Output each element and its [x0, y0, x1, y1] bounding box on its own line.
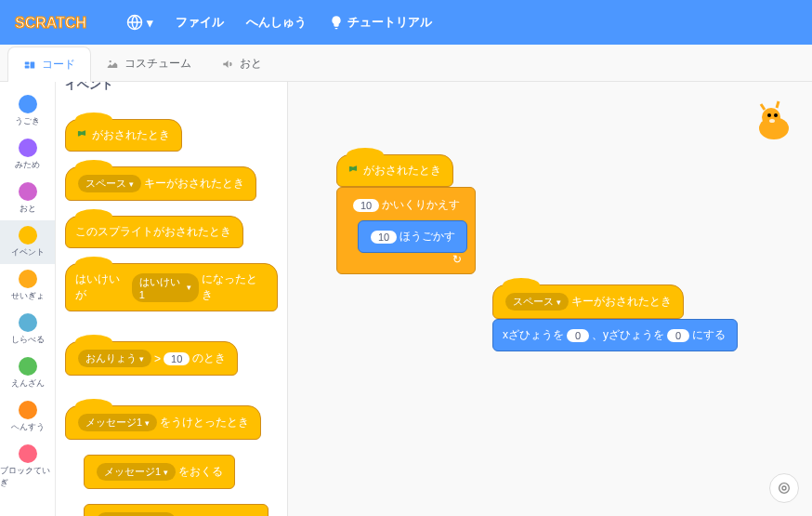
svg-point-7 [762, 108, 780, 126]
scratch-logo[interactable]: SCRATCH [15, 8, 104, 36]
category-myblocks[interactable]: ブロックていぎ [0, 439, 55, 495]
goto-x-input[interactable]: 0 [567, 329, 589, 342]
move-steps-input[interactable]: 10 [371, 231, 397, 244]
flag-icon [75, 129, 88, 142]
svg-rect-4 [31, 61, 35, 68]
loudness-value[interactable]: 10 [164, 352, 190, 365]
category-events[interactable]: イベント [0, 220, 55, 264]
tab-code[interactable]: コード [7, 46, 91, 82]
block-broadcast[interactable]: メッセージ1 をおくる [84, 455, 235, 489]
block-when-flag-clicked[interactable]: がおされたとき [65, 119, 182, 152]
loop-arrow-icon: ↻ [452, 253, 462, 266]
svg-point-12 [779, 483, 790, 494]
svg-point-8 [767, 113, 771, 117]
block-broadcast-wait[interactable]: メッセージ1 をおくってまつ [84, 504, 268, 516]
top-menu-bar: SCRATCH ▾ ファイル へんしゅう チュートリアル [0, 0, 812, 45]
svg-point-5 [110, 60, 111, 61]
broadcast-wait-dropdown[interactable]: メッセージ1 [97, 512, 176, 516]
sprite-thumbnail [751, 99, 797, 145]
canvas-when-flag-clicked[interactable]: がおされたとき [336, 154, 453, 187]
file-menu[interactable]: ファイル [176, 14, 224, 31]
repeat-count-input[interactable]: 10 [353, 199, 379, 212]
backdrop-dropdown[interactable]: はいけい1 [132, 273, 199, 302]
svg-rect-2 [25, 61, 30, 64]
message-dropdown[interactable]: メッセージ1 [78, 414, 157, 431]
goto-y-input[interactable]: 0 [667, 329, 689, 342]
canvas-key-dropdown[interactable]: スペース [505, 293, 569, 311]
loudness-dropdown[interactable]: おんりょう [78, 350, 151, 367]
language-menu[interactable]: ▾ [126, 14, 153, 31]
broadcast-dropdown[interactable]: メッセージ1 [97, 463, 176, 481]
svg-point-11 [782, 486, 786, 490]
svg-point-9 [774, 113, 778, 117]
scripts-canvas[interactable]: がおされたとき 10 かいくりかえす 10 ほうごかす ↻ スペース [288, 82, 812, 516]
script-stack-2[interactable]: スペース キーがおされたとき xざひょうを 0 、yざひょうを 0 にする [492, 284, 738, 351]
edit-menu[interactable]: へんしゅう [246, 14, 307, 31]
category-sensing[interactable]: しらべる [0, 308, 55, 351]
editor-tabs: コード コスチューム おと [0, 45, 812, 82]
palette-heading: イベント [65, 82, 113, 93]
block-when-receive[interactable]: メッセージ1 をうけとったとき [65, 405, 261, 440]
tab-sounds[interactable]: おと [206, 46, 277, 81]
canvas-repeat-block[interactable]: 10 かいくりかえす 10 ほうごかす ↻ [336, 187, 476, 274]
chevron-down-icon: ▾ [147, 16, 153, 30]
svg-point-10 [769, 119, 775, 123]
canvas-when-key-pressed[interactable]: スペース キーがおされたとき [492, 284, 684, 319]
block-when-sprite-clicked[interactable]: このスプライトがおされたとき [65, 216, 243, 248]
block-when-backdrop-switches[interactable]: はいけいが はいけい1 になったとき [65, 263, 278, 311]
category-looks[interactable]: みため [0, 133, 55, 177]
flag-icon [347, 165, 360, 178]
canvas-move-steps[interactable]: 10 ほうごかす [358, 220, 467, 253]
tab-costumes[interactable]: コスチューム [91, 46, 206, 81]
svg-rect-3 [25, 65, 30, 68]
category-sound[interactable]: おと [0, 177, 55, 220]
category-control[interactable]: せいぎょ [0, 264, 55, 308]
category-variables[interactable]: へんすう [0, 395, 55, 439]
canvas-goto-xy[interactable]: xざひょうを 0 、yざひょうを 0 にする [492, 319, 738, 351]
script-stack-1[interactable]: がおされたとき 10 かいくりかえす 10 ほうごかす ↻ [336, 154, 476, 274]
block-categories: うごき みため おと イベント せいぎょ しらべる えんざん へんすう ブロック… [0, 82, 56, 516]
key-dropdown[interactable]: スペース [78, 175, 141, 192]
category-operators[interactable]: えんざん [0, 351, 55, 395]
tutorials-button[interactable]: チュートリアル [329, 14, 432, 31]
block-when-loudness[interactable]: おんりょう > 10 のとき [65, 341, 238, 376]
block-palette[interactable]: イベント がおされたとき スペース キーがおされたとき このスプライトがおされた… [56, 82, 288, 516]
zoom-target-button[interactable] [769, 473, 799, 503]
category-motion[interactable]: うごき [0, 89, 55, 133]
block-when-key-pressed[interactable]: スペース キーがおされたとき [65, 166, 256, 201]
svg-text:SCRATCH: SCRATCH [15, 15, 86, 31]
